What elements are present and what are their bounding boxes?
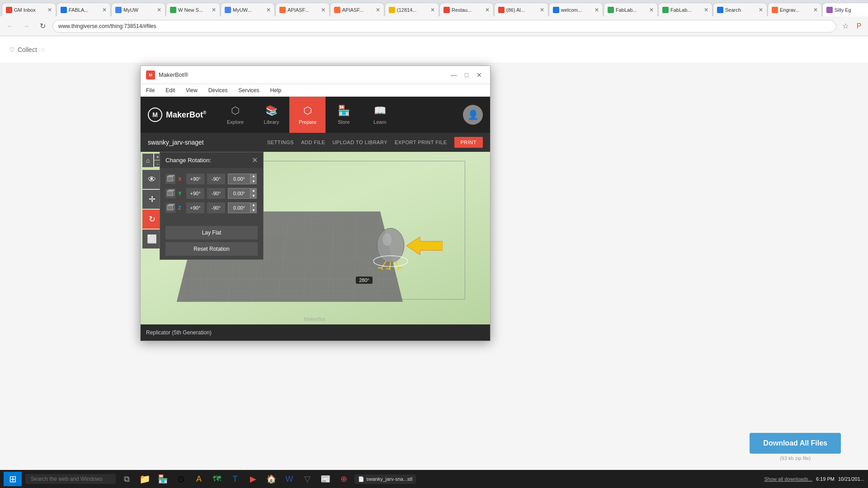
forward-button[interactable]: → [20,20,33,33]
address-bar[interactable]: www.thingiverse.com/thing:738514/#files [52,20,836,33]
tab-engrav[interactable]: Engrav... ✕ [768,3,822,16]
tab-close-icon[interactable]: ✕ [321,7,326,13]
tab-fablab1[interactable]: FabLab... ✕ [604,3,658,16]
word-icon[interactable]: W [282,472,297,486]
z-minus90-button[interactable]: -90° [207,202,225,213]
app-icon[interactable]: ▽ [300,472,315,486]
tab-close-icon[interactable]: ✕ [430,7,435,13]
tab-fablab2[interactable]: FabLab... ✕ [658,3,712,16]
menu-devices[interactable]: Devices [207,87,230,94]
tab-close-icon[interactable]: ✕ [485,7,490,13]
tab-close-icon[interactable]: ✕ [47,7,52,13]
tab-close-icon[interactable]: ✕ [594,7,599,13]
back-button[interactable]: ← [4,20,16,33]
move-tool-button[interactable]: ✛ [142,190,161,209]
maximize-button[interactable]: □ [461,70,472,80]
nav-prepare[interactable]: ⬡ Prepare [289,97,326,133]
taskbar-search-input[interactable] [25,474,116,484]
menu-help[interactable]: Help [269,87,283,94]
tab-silly-eg[interactable]: Silly Eg ✕ [822,3,868,16]
x-spin-down[interactable]: ▼ [250,179,257,184]
z-plus90-button[interactable]: +90° [186,202,204,213]
menu-edit[interactable]: Edit [164,87,177,94]
chrome-icon[interactable]: ⊙ [174,472,188,486]
amazon-icon[interactable]: A [192,472,206,486]
tab-rest[interactable]: Restau... ✕ [439,3,494,16]
x-minus90-button[interactable]: -90° [207,174,225,184]
tab-welcome[interactable]: welcom... ✕ [549,3,603,16]
tab-myuw[interactable]: MyUW ✕ [111,3,165,16]
reload-button[interactable]: ↻ [36,20,49,33]
taskbar-file-item[interactable]: 📄 swanky_jarv-sna...stl [354,474,416,484]
home-button[interactable]: ⌂ [142,154,153,167]
z-rotation-input[interactable] [228,202,250,213]
x-plus90-button[interactable]: +90° [186,174,204,184]
tab-api1[interactable]: APIASF... ✕ [275,3,330,16]
tab-myuw2[interactable]: MyUW... ✕ [221,3,275,16]
y-rotation-input[interactable] [228,188,250,199]
y-spin-down[interactable]: ▼ [250,193,257,199]
show-downloads-link[interactable]: Show all downloads... [764,476,812,482]
z-spin-up[interactable]: ▲ [250,202,257,208]
menu-services[interactable]: Services [237,87,261,94]
start-button[interactable]: ⊞ [4,472,22,486]
news-icon[interactable]: 📰 [318,472,333,486]
lay-flat-button[interactable]: Lay Flat [165,226,258,239]
tab-close-icon[interactable]: ✕ [266,7,271,13]
view-tool-button[interactable]: 👁 [142,170,161,189]
tab-close-icon[interactable]: ✕ [540,7,544,13]
tab-gmail[interactable]: GM Inbox ✕ [2,3,56,16]
tab-close-icon[interactable]: ✕ [157,7,161,13]
file-explorer-icon[interactable]: 📁 [137,472,152,486]
tab-search[interactable]: Search ✕ [713,3,767,16]
close-window-button[interactable]: ✕ [474,70,485,80]
tab-close-icon[interactable]: ✕ [759,7,763,13]
menu-file[interactable]: File [144,87,156,94]
reset-rotation-button[interactable]: Reset Rotation [165,242,258,256]
collect-button[interactable]: ♡ Collect [9,46,37,53]
add-file-button[interactable]: ADD FILE [301,140,326,145]
tab-close-icon[interactable]: ✕ [704,7,708,13]
bookmark-star-icon[interactable]: ☆ [840,21,851,32]
tab-close-icon[interactable]: ✕ [102,7,107,13]
menu-view[interactable]: View [184,87,199,94]
home-icon[interactable]: 🏠 [264,472,278,486]
download-all-button[interactable]: Download All Files [750,433,841,454]
tab-close-icon[interactable]: ✕ [813,7,818,13]
3d-viewport[interactable]: ⌂ + - 👁 ✛ ↻ ⬜ [141,152,490,324]
export-print-file-button[interactable]: EXPORT PRINT FILE [395,140,447,145]
scale-tool-button[interactable]: ⬜ [142,230,161,249]
z-spin-down[interactable]: ▼ [250,208,257,213]
rotate-tool-button[interactable]: ↻ [142,210,161,229]
nav-explore[interactable]: ⬡ Explore [217,97,253,133]
x-rotation-input[interactable] [228,174,250,184]
nav-library[interactable]: 📚 Library [253,97,289,133]
task-view-icon[interactable]: ⧉ [119,472,134,486]
y-minus90-button[interactable]: -90° [207,188,225,199]
tab-new-s[interactable]: W New S... ✕ [166,3,220,16]
y-plus90-button[interactable]: +90° [186,188,204,199]
x-spin-up[interactable]: ▲ [250,174,257,179]
tab-fabla[interactable]: FABLA... ✕ [57,3,111,16]
dev-icon[interactable]: ▶ [246,472,260,486]
maps-icon[interactable]: 🗺 [210,472,224,486]
nav-learn[interactable]: 📖 Learn [362,97,398,133]
red-app-icon[interactable]: ⊕ [336,472,351,486]
tab-close-icon[interactable]: ✕ [649,7,654,13]
tab-mail[interactable]: (12814... ✕ [385,3,439,16]
tab-close-icon[interactable]: ✕ [376,7,380,13]
dialog-close-button[interactable]: ✕ [252,156,258,164]
upload-to-library-button[interactable]: UPLOAD TO LIBRARY [332,140,387,145]
y-spin-up[interactable]: ▲ [250,188,257,193]
print-button[interactable]: PRINT [454,137,483,148]
pinterest-icon[interactable]: P [854,21,864,32]
tab-alerts[interactable]: (86) Al... ✕ [494,3,548,16]
trello-icon[interactable]: T [228,472,242,486]
nav-store[interactable]: 🏪 Store [326,97,362,133]
minimize-button[interactable]: — [448,70,459,80]
store-icon[interactable]: 🏪 [156,472,170,486]
user-avatar[interactable]: 👤 [463,105,483,125]
settings-button[interactable]: SETTINGS [267,140,294,145]
tab-close-icon[interactable]: ✕ [212,7,216,13]
tab-api2[interactable]: APIASF... ✕ [330,3,384,16]
